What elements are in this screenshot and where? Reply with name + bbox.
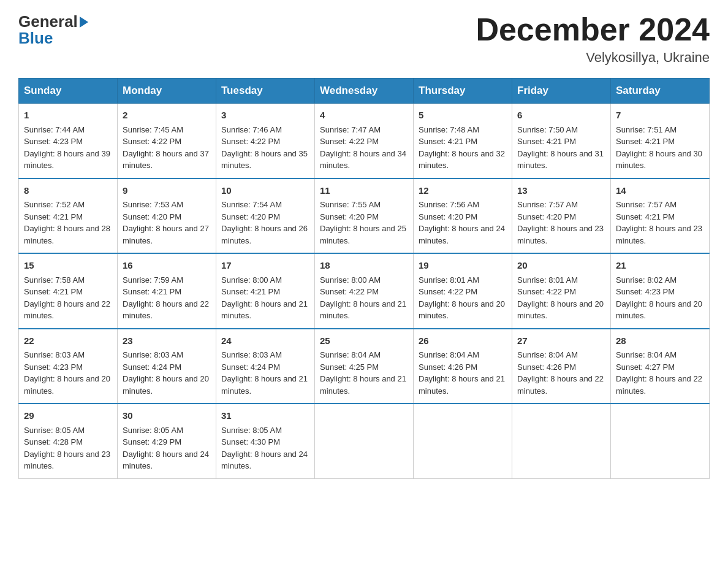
daylight-text: Daylight: 8 hours and 39 minutes. bbox=[24, 149, 110, 170]
daylight-text: Daylight: 8 hours and 23 minutes. bbox=[616, 224, 702, 245]
sunrise-text: Sunrise: 7:52 AM bbox=[24, 200, 85, 209]
location-label: Velykosillya, Ukraine bbox=[476, 50, 710, 66]
daylight-text: Daylight: 8 hours and 22 minutes. bbox=[517, 374, 604, 396]
sunrise-text: Sunrise: 7:46 AM bbox=[221, 125, 282, 134]
calendar-cell: 17Sunrise: 8:00 AMSunset: 4:21 PMDayligh… bbox=[216, 253, 315, 329]
day-number: 18 bbox=[320, 259, 408, 273]
day-number: 30 bbox=[123, 409, 211, 423]
col-friday: Friday bbox=[512, 79, 611, 104]
sunrise-text: Sunrise: 7:55 AM bbox=[320, 200, 381, 209]
daylight-text: Daylight: 8 hours and 22 minutes. bbox=[616, 374, 702, 396]
day-number: 26 bbox=[419, 334, 507, 348]
calendar-cell: 30Sunrise: 8:05 AMSunset: 4:29 PMDayligh… bbox=[118, 404, 216, 478]
calendar-cell: 12Sunrise: 7:56 AMSunset: 4:20 PMDayligh… bbox=[414, 178, 512, 254]
daylight-text: Daylight: 8 hours and 24 minutes. bbox=[419, 224, 505, 245]
sunrise-text: Sunrise: 7:57 AM bbox=[517, 200, 578, 209]
sunset-text: Sunset: 4:22 PM bbox=[320, 137, 379, 146]
sunset-text: Sunset: 4:20 PM bbox=[123, 212, 181, 221]
calendar-cell: 27Sunrise: 8:04 AMSunset: 4:26 PMDayligh… bbox=[512, 329, 611, 404]
day-number: 28 bbox=[616, 334, 704, 348]
col-tuesday: Tuesday bbox=[216, 79, 315, 104]
week-row-4: 22Sunrise: 8:03 AMSunset: 4:23 PMDayligh… bbox=[19, 329, 710, 404]
daylight-text: Daylight: 8 hours and 34 minutes. bbox=[320, 149, 406, 170]
calendar-cell: 29Sunrise: 8:05 AMSunset: 4:28 PMDayligh… bbox=[19, 404, 118, 478]
sunrise-text: Sunrise: 7:47 AM bbox=[320, 125, 381, 134]
day-number: 6 bbox=[517, 109, 605, 123]
day-number: 25 bbox=[320, 334, 408, 348]
calendar-cell: 1Sunrise: 7:44 AMSunset: 4:23 PMDaylight… bbox=[19, 104, 118, 178]
daylight-text: Daylight: 8 hours and 24 minutes. bbox=[123, 450, 209, 471]
sunset-text: Sunset: 4:22 PM bbox=[517, 287, 576, 296]
calendar-cell: 14Sunrise: 7:57 AMSunset: 4:21 PMDayligh… bbox=[611, 178, 710, 254]
calendar-cell: 18Sunrise: 8:00 AMSunset: 4:22 PMDayligh… bbox=[315, 253, 414, 329]
sunset-text: Sunset: 4:20 PM bbox=[320, 212, 379, 221]
sunset-text: Sunset: 4:20 PM bbox=[221, 212, 280, 221]
sunrise-text: Sunrise: 7:51 AM bbox=[616, 125, 677, 134]
sunset-text: Sunset: 4:27 PM bbox=[616, 362, 675, 372]
daylight-text: Daylight: 8 hours and 20 minutes. bbox=[123, 374, 209, 396]
day-number: 31 bbox=[221, 409, 309, 423]
sunset-text: Sunset: 4:21 PM bbox=[123, 287, 181, 296]
week-row-2: 8Sunrise: 7:52 AMSunset: 4:21 PMDaylight… bbox=[19, 178, 710, 254]
calendar-cell bbox=[315, 404, 414, 478]
day-number: 19 bbox=[419, 259, 507, 273]
sunrise-text: Sunrise: 8:04 AM bbox=[320, 350, 381, 359]
calendar-cell: 2Sunrise: 7:45 AMSunset: 4:22 PMDaylight… bbox=[118, 104, 216, 178]
sunrise-text: Sunrise: 7:56 AM bbox=[419, 200, 479, 209]
sunset-text: Sunset: 4:25 PM bbox=[320, 362, 379, 372]
sunrise-text: Sunrise: 7:53 AM bbox=[123, 200, 183, 209]
day-number: 13 bbox=[517, 184, 605, 198]
calendar-cell: 19Sunrise: 8:01 AMSunset: 4:22 PMDayligh… bbox=[414, 253, 512, 329]
daylight-text: Daylight: 8 hours and 23 minutes. bbox=[24, 450, 110, 471]
sunrise-text: Sunrise: 8:05 AM bbox=[24, 426, 85, 435]
sunset-text: Sunset: 4:21 PM bbox=[616, 137, 675, 146]
day-number: 29 bbox=[24, 409, 112, 423]
sunset-text: Sunset: 4:29 PM bbox=[123, 437, 181, 446]
sunrise-text: Sunrise: 8:03 AM bbox=[24, 350, 85, 359]
sunset-text: Sunset: 4:20 PM bbox=[419, 212, 477, 221]
day-number: 9 bbox=[123, 184, 211, 198]
daylight-text: Daylight: 8 hours and 20 minutes. bbox=[419, 299, 505, 321]
sunrise-text: Sunrise: 7:48 AM bbox=[419, 125, 479, 134]
sunset-text: Sunset: 4:22 PM bbox=[221, 137, 280, 146]
calendar-cell: 5Sunrise: 7:48 AMSunset: 4:21 PMDaylight… bbox=[414, 104, 512, 178]
day-number: 17 bbox=[221, 259, 309, 273]
month-title: December 2024 bbox=[476, 12, 710, 47]
day-number: 2 bbox=[123, 109, 211, 123]
calendar-cell: 16Sunrise: 7:59 AMSunset: 4:21 PMDayligh… bbox=[118, 253, 216, 329]
daylight-text: Daylight: 8 hours and 21 minutes. bbox=[221, 299, 308, 321]
sunset-text: Sunset: 4:24 PM bbox=[221, 362, 280, 372]
sunrise-text: Sunrise: 8:05 AM bbox=[221, 426, 282, 435]
day-number: 27 bbox=[517, 334, 605, 348]
calendar-cell: 25Sunrise: 8:04 AMSunset: 4:25 PMDayligh… bbox=[315, 329, 414, 404]
day-number: 3 bbox=[221, 109, 309, 123]
daylight-text: Daylight: 8 hours and 21 minutes. bbox=[320, 299, 406, 321]
calendar-cell: 22Sunrise: 8:03 AMSunset: 4:23 PMDayligh… bbox=[19, 329, 118, 404]
sunset-text: Sunset: 4:26 PM bbox=[419, 362, 477, 372]
sunrise-text: Sunrise: 8:05 AM bbox=[123, 426, 183, 435]
sunset-text: Sunset: 4:23 PM bbox=[24, 362, 83, 372]
daylight-text: Daylight: 8 hours and 35 minutes. bbox=[221, 149, 308, 170]
sunrise-text: Sunrise: 8:03 AM bbox=[221, 350, 282, 359]
calendar-cell: 3Sunrise: 7:46 AMSunset: 4:22 PMDaylight… bbox=[216, 104, 315, 178]
logo: General Blue bbox=[18, 12, 88, 48]
logo-arrow-icon bbox=[80, 17, 88, 28]
week-row-3: 15Sunrise: 7:58 AMSunset: 4:21 PMDayligh… bbox=[19, 253, 710, 329]
sunrise-text: Sunrise: 7:44 AM bbox=[24, 125, 85, 134]
daylight-text: Daylight: 8 hours and 27 minutes. bbox=[123, 224, 209, 245]
sunset-text: Sunset: 4:21 PM bbox=[616, 212, 675, 221]
day-number: 7 bbox=[616, 109, 704, 123]
daylight-text: Daylight: 8 hours and 23 minutes. bbox=[517, 224, 604, 245]
sunset-text: Sunset: 4:21 PM bbox=[221, 287, 280, 296]
calendar-cell: 11Sunrise: 7:55 AMSunset: 4:20 PMDayligh… bbox=[315, 178, 414, 254]
page-header: General Blue December 2024 Velykosillya,… bbox=[18, 12, 710, 66]
daylight-text: Daylight: 8 hours and 28 minutes. bbox=[24, 224, 110, 245]
sunrise-text: Sunrise: 8:00 AM bbox=[221, 275, 282, 285]
sunset-text: Sunset: 4:20 PM bbox=[517, 212, 576, 221]
daylight-text: Daylight: 8 hours and 20 minutes. bbox=[517, 299, 604, 321]
sunrise-text: Sunrise: 8:03 AM bbox=[123, 350, 183, 359]
daylight-text: Daylight: 8 hours and 20 minutes. bbox=[24, 374, 110, 396]
sunset-text: Sunset: 4:30 PM bbox=[221, 437, 280, 446]
daylight-text: Daylight: 8 hours and 37 minutes. bbox=[123, 149, 209, 170]
calendar-cell: 20Sunrise: 8:01 AMSunset: 4:22 PMDayligh… bbox=[512, 253, 611, 329]
